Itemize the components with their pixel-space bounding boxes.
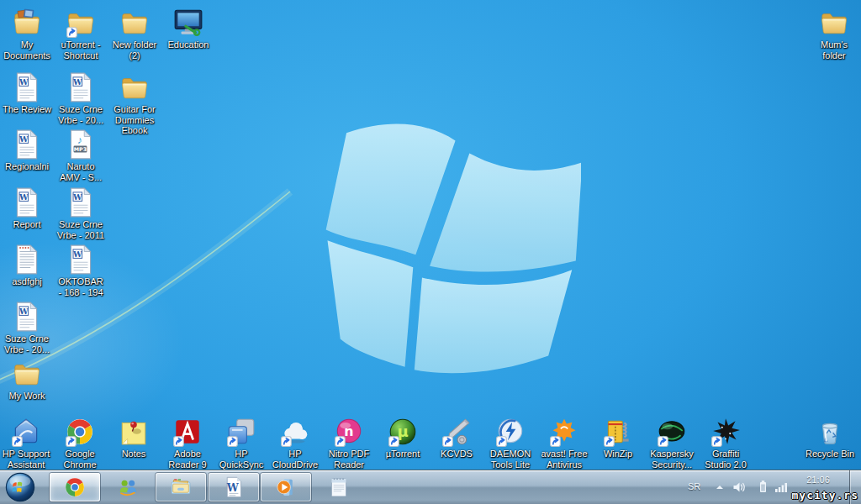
desktop-icon-label: New folder (2): [108, 39, 161, 60]
speaker-icon: [732, 480, 747, 494]
daemon-icon: [494, 416, 526, 448]
desktop-icon-utorrent-shortcut[interactable]: uTorrent - Shortcut: [54, 7, 108, 60]
desktop-icon-report[interactable]: WReport: [0, 186, 54, 230]
desktop-icon-label: My Work: [0, 391, 54, 402]
desktop-icon-suze-crne-vrbe-2011[interactable]: WSuze Crne Vrbe - 2011: [54, 186, 108, 240]
show-hidden-icons-button[interactable]: [713, 480, 726, 494]
textfile-icon: [11, 244, 43, 276]
desktop-icon-recycle-bin[interactable]: Recycle Bin: [803, 416, 857, 459]
messenger-icon: [116, 475, 140, 499]
desktop-icon-new-folder-2[interactable]: New folder (2): [108, 7, 161, 60]
folder-icon: [119, 7, 151, 39]
desktop-icon-hp-support-assistant[interactable]: HP Support Assistant: [0, 416, 53, 470]
desktop-icon-notes[interactable]: Notes: [107, 416, 161, 459]
taskbar-button-chrome[interactable]: [50, 473, 100, 501]
explorer-icon: [169, 475, 193, 499]
desktop-icon-label: Recycle Bin: [803, 449, 857, 459]
word-icon: W: [11, 186, 43, 218]
desktop-icon-label: Kaspersky Security...: [645, 449, 699, 470]
desktop-icon-naruto-amv-s[interactable]: ♪MP3Naruto AMV - S...: [54, 129, 108, 182]
desktop-icon-label: OKTOBAR - 168 - 194: [54, 276, 108, 297]
desktop-icon-daemon-tools-lite[interactable]: DAEMON Tools Lite: [483, 416, 537, 470]
hp-support-icon: [10, 416, 42, 448]
desktop-icon-education[interactable]: Education: [161, 7, 215, 50]
desktop: My DocumentsuTorrent - ShortcutNew folde…: [0, 0, 861, 504]
word-icon: W: [11, 71, 43, 103]
desktop-icon-graffiti-studio-2-0[interactable]: Graffiti Studio 2.0: [699, 416, 753, 470]
desktop-icon-label: Education: [161, 39, 215, 50]
adobe-icon: [172, 416, 203, 448]
chrome-icon: [63, 475, 87, 499]
desktop-icon-regionalni[interactable]: WRegionalni: [0, 129, 54, 172]
desktop-icon-avast-free-antivirus[interactable]: avast! Free Antivirus: [537, 416, 591, 470]
taskbar-button-notepad[interactable]: [314, 473, 364, 501]
desktop-icon-label: The Review: [0, 104, 54, 115]
taskbar-button-wmp[interactable]: [261, 473, 311, 501]
svg-text:W: W: [226, 481, 240, 494]
svg-text:W: W: [72, 77, 82, 87]
desktop-icon-my-documents[interactable]: My Documents: [0, 7, 54, 60]
desktop-icon-utorrent[interactable]: µµTorrent: [376, 416, 430, 459]
notepad-icon: [327, 475, 351, 499]
desktop-icon-hp-clouddrive[interactable]: HP CloudDrive: [268, 416, 322, 470]
desktop-icon-label: Suze Crne Vrbe - 2011: [54, 219, 108, 240]
chrome-icon: [64, 416, 96, 448]
desktop-icon-label: My Documents: [0, 39, 54, 60]
language-indicator[interactable]: SR: [688, 481, 700, 491]
desktop-icon-label: HP CloudDrive: [268, 449, 322, 470]
desktop-icon-kaspersky-security[interactable]: Kaspersky Security...: [645, 416, 699, 470]
nitro-icon: n: [333, 416, 365, 448]
windows-flag-logo: [322, 120, 581, 389]
start-button[interactable]: [3, 470, 38, 504]
clouddrive-icon: [279, 416, 311, 448]
clock[interactable]: 21:06: [797, 475, 839, 485]
desktop-icon-label: µTorrent: [376, 449, 430, 459]
folder-icon: [65, 7, 97, 39]
desktop-icon-my-work[interactable]: My Work: [0, 358, 54, 402]
taskbar: W SR 21:06: [0, 470, 861, 504]
desktop-icon-google-chrome[interactable]: Google Chrome: [53, 416, 107, 470]
battery-tray-button[interactable]: [756, 480, 768, 494]
desktop-icon-label: Notes: [107, 449, 161, 459]
taskbar-button-word[interactable]: W: [209, 473, 259, 501]
taskbar-button-messenger[interactable]: [103, 473, 153, 501]
taskbar-button-explorer[interactable]: [156, 473, 206, 501]
svg-text:W: W: [18, 77, 29, 87]
desktop-icon-nitro-pdf-reader[interactable]: nNitro PDF Reader: [322, 416, 376, 470]
desktop-icon-guitar-for-dummies-ebook[interactable]: Guitar For Dummies Ebook: [108, 71, 161, 136]
svg-text:W: W: [18, 307, 29, 316]
desktop-icon-label: DAEMON Tools Lite: [483, 449, 537, 470]
kaspersky-icon: [656, 416, 688, 448]
desktop-icon-label: Guitar For Dummies Ebook: [108, 104, 161, 136]
network-tray-button[interactable]: [774, 480, 789, 494]
desktop-icon-hp-quicksync[interactable]: HP QuickSync: [214, 416, 268, 470]
desktop-icon-label: Suze Crne Vrbe - 20...: [0, 333, 54, 354]
desktop-icon-label: KCVDS: [430, 449, 483, 459]
desktop-icon-adobe-reader-9[interactable]: Adobe Reader 9: [161, 416, 214, 470]
word-icon: W: [65, 186, 97, 218]
desktop-icon-label: Regionalni: [0, 161, 54, 172]
desktop-icon-suze-crne-vrbe-20[interactable]: WSuze Crne Vrbe - 20...: [54, 71, 108, 125]
desktop-icon-kcvds[interactable]: KCVDS: [430, 416, 483, 459]
volume-tray-button[interactable]: [732, 480, 747, 494]
svg-text:W: W: [18, 192, 29, 202]
avast-icon: [548, 416, 580, 448]
desktop-icon-label: Graffiti Studio 2.0: [699, 449, 753, 470]
desktop-icon-suze-crne-vrbe-20[interactable]: WSuze Crne Vrbe - 20...: [0, 301, 54, 354]
desktop-icon-winzip[interactable]: WinZip: [591, 416, 645, 459]
desktop-icon-oktobar-168-194[interactable]: WOKTOBAR - 168 - 194: [54, 244, 108, 297]
svg-text:W: W: [72, 249, 82, 259]
desktop-icon-label: Nitro PDF Reader: [322, 449, 376, 470]
desktop-icon-label: Google Chrome: [53, 449, 107, 470]
word-icon: W: [65, 244, 97, 276]
desktop-icon-mum-s-folder[interactable]: Mum's folder: [807, 7, 861, 60]
winzip-icon: [602, 416, 634, 448]
wmp-icon: [274, 475, 298, 499]
desktop-icon-asdfghj[interactable]: asdfghj: [0, 244, 54, 287]
desktop-icon-the-review[interactable]: WThe Review: [0, 71, 54, 115]
show-desktop-button[interactable]: [849, 470, 861, 504]
svg-text:W: W: [72, 192, 82, 202]
monitor-icon: [172, 7, 204, 39]
utorrent-icon: µ: [387, 416, 419, 448]
word-icon: W: [11, 301, 43, 333]
